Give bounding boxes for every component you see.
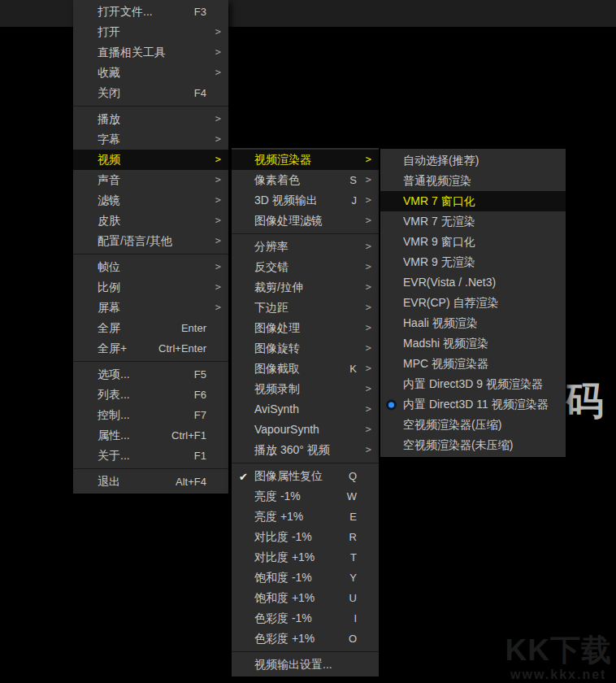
menu-item[interactable]: 饱和度 +1%U>: [232, 588, 379, 608]
menu-item[interactable]: 选项...F5>: [73, 364, 228, 385]
menu-item[interactable]: 色彩度 +1%O>: [232, 629, 379, 649]
menu-item[interactable]: 分辨率>: [232, 237, 379, 257]
menu-item-label: 对比度 +1%: [254, 547, 315, 568]
submenu-arrow-icon: >: [210, 298, 221, 318]
menu-item[interactable]: 打开文件...F3>: [73, 2, 228, 22]
menu-item[interactable]: ✔图像属性复位Q>: [232, 466, 379, 486]
menu-item-label: 亮度 -1%: [254, 486, 301, 507]
menu-item[interactable]: 打开>: [73, 22, 228, 42]
menu-item-label: 色彩度 -1%: [254, 608, 312, 629]
menu-item-label: 下边距: [254, 298, 288, 318]
menu-separator: [232, 233, 379, 234]
menu-item-label: VMR 9 无渲染: [403, 252, 475, 272]
menu-item[interactable]: 亮度 -1%W>: [232, 486, 379, 507]
menu-item-label: 播放: [98, 109, 120, 129]
menu-item[interactable]: 字幕>: [73, 129, 228, 150]
menu-item[interactable]: 对比度 +1%T>: [232, 547, 379, 568]
menu-item[interactable]: 比例>: [73, 277, 228, 298]
menu-item[interactable]: 内置 Direct3D 9 视频渲染器>: [380, 374, 566, 394]
menu-item[interactable]: 直播相关工具>: [73, 42, 228, 63]
menu-item[interactable]: 关于...F1>: [73, 446, 228, 466]
menu-item[interactable]: 视频>: [73, 150, 228, 170]
menu-item[interactable]: 饱和度 -1%Y>: [232, 568, 379, 588]
menu-item[interactable]: 自动选择(推荐)>: [380, 150, 566, 171]
menu-item[interactable]: VMR 7 窗口化>: [380, 191, 566, 211]
menu-item-shortcut: Ctrl+F1: [171, 425, 206, 446]
menu-item[interactable]: 空视频渲染器(未压缩)>: [380, 435, 566, 455]
submenu-video-renderer: 自动选择(推荐)>普通视频渲染>VMR 7 窗口化>VMR 7 无渲染>VMR …: [380, 149, 566, 457]
submenu-video: 视频渲染器>像素着色S>3D 视频输出J>图像处理滤镜>分辨率>反交错>裁剪/拉…: [232, 148, 379, 676]
menu-item[interactable]: VMR 9 窗口化>: [380, 232, 566, 252]
menu-item[interactable]: MPC 视频渲染器>: [380, 354, 566, 374]
menu-item-label: 控制...: [98, 405, 130, 425]
menu-item[interactable]: 帧位>: [73, 257, 228, 277]
menu-item[interactable]: 播放>: [73, 109, 228, 129]
menu-item[interactable]: 全屏+Ctrl+Enter>: [73, 338, 228, 359]
menu-item-shortcut: F3: [194, 2, 206, 22]
menu-item[interactable]: 关闭F4>: [73, 83, 228, 103]
menu-item[interactable]: AviSynth>: [232, 399, 379, 420]
menu-item[interactable]: 像素着色S>: [232, 170, 379, 190]
menu-item-shortcut: Alt+F4: [176, 472, 206, 492]
menu-item-shortcut: Y: [349, 568, 357, 588]
menu-item[interactable]: 空视频渲染器(压缩)>: [380, 415, 566, 435]
menu-item[interactable]: 对比度 -1%R>: [232, 527, 379, 547]
menu-item[interactable]: 图像截取K>: [232, 359, 379, 379]
menu-item[interactable]: VMR 9 无渲染>: [380, 252, 566, 272]
menu-item[interactable]: 配置/语言/其他>: [73, 231, 228, 251]
menu-item[interactable]: VMR 7 无渲染>: [380, 211, 566, 232]
menu-separator: [73, 361, 228, 362]
submenu-arrow-icon: >: [360, 420, 371, 440]
menu-item-label: 关于...: [98, 446, 130, 466]
radio-selected-icon: [386, 399, 397, 410]
menu-item[interactable]: 反交错>: [232, 257, 379, 277]
submenu-arrow-icon: >: [210, 277, 221, 298]
menu-item-label: 色彩度 +1%: [254, 629, 315, 649]
menu-item[interactable]: 色彩度 -1%I>: [232, 608, 379, 629]
menu-item[interactable]: 控制...F7>: [73, 405, 228, 425]
menu-item[interactable]: 亮度 +1%E>: [232, 507, 379, 527]
menu-item-shortcut: S: [349, 170, 357, 190]
menu-item-label: VapourSynth: [254, 420, 319, 440]
menu-item[interactable]: 屏幕>: [73, 298, 228, 318]
menu-item[interactable]: 播放 360° 视频>: [232, 440, 379, 460]
menu-item[interactable]: 图像处理滤镜>: [232, 211, 379, 231]
menu-item-shortcut: U: [349, 588, 357, 608]
menu-item[interactable]: 收藏>: [73, 63, 228, 83]
menu-item[interactable]: 滤镜>: [73, 190, 228, 211]
menu-item[interactable]: 全屏Enter>: [73, 318, 228, 338]
menu-separator: [73, 468, 228, 469]
menu-item-label: MPC 视频渲染器: [403, 354, 488, 374]
submenu-arrow-icon: >: [210, 22, 221, 42]
menu-item[interactable]: 裁剪/拉伸>: [232, 277, 379, 298]
menu-item-label: 字幕: [98, 129, 120, 150]
menu-item[interactable]: 声音>: [73, 170, 228, 190]
menu-item-label: 像素着色: [254, 170, 300, 190]
menu-item[interactable]: Madshi 视频渲染>: [380, 333, 566, 354]
menu-item[interactable]: 普通视频渲染>: [380, 171, 566, 191]
menu-item[interactable]: 图像处理>: [232, 318, 379, 338]
menu-item[interactable]: 退出Alt+F4>: [73, 472, 228, 492]
menu-item[interactable]: VapourSynth>: [232, 420, 379, 440]
menu-item[interactable]: EVR(Vista / .Net3)>: [380, 272, 566, 293]
menu-item[interactable]: EVR(CP) 自荐渲染>: [380, 293, 566, 313]
menu-item[interactable]: 皮肤>: [73, 211, 228, 231]
menu-item-label: 内置 Direct3D 9 视频渲染器: [403, 374, 543, 394]
menu-item[interactable]: 视频输出设置...>: [232, 655, 379, 675]
menu-item[interactable]: 视频渲染器>: [232, 150, 379, 170]
menu-item-label: 播放 360° 视频: [254, 440, 330, 460]
menu-item[interactable]: 3D 视频输出J>: [232, 190, 379, 211]
menu-item[interactable]: 列表...F6>: [73, 385, 228, 405]
menu-item[interactable]: 视频录制>: [232, 379, 379, 399]
menu-separator: [232, 651, 379, 652]
menu-item[interactable]: 内置 Direct3D 11 视频渲染器>: [380, 394, 566, 415]
menu-item[interactable]: 属性...Ctrl+F1>: [73, 425, 228, 446]
submenu-arrow-icon: >: [210, 42, 221, 63]
menu-item[interactable]: 图像旋转>: [232, 338, 379, 359]
menu-item-label: 图像属性复位: [254, 466, 323, 486]
menu-item-label: EVR(Vista / .Net3): [403, 272, 496, 293]
menu-item-label: 图像处理: [254, 318, 300, 338]
menu-item[interactable]: Haali 视频渲染>: [380, 313, 566, 333]
menu-item-shortcut: O: [349, 629, 357, 649]
menu-item[interactable]: 下边距>: [232, 298, 379, 318]
